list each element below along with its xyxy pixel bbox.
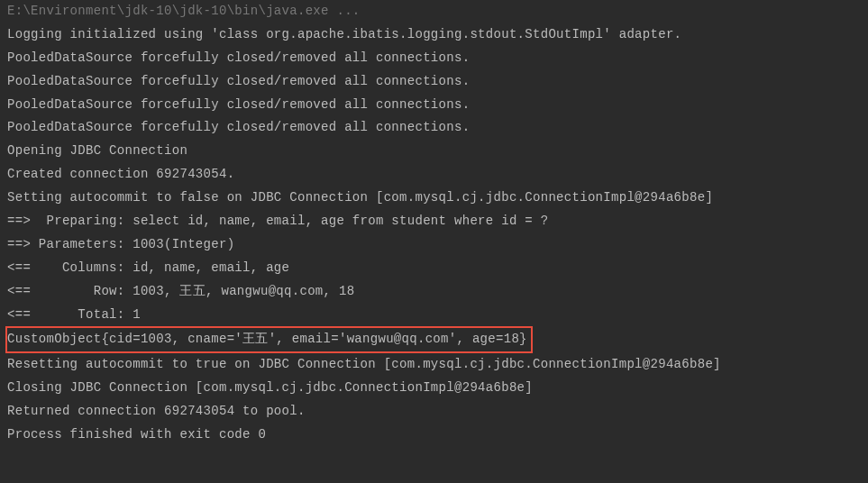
- log-line: Process finished with exit code 0: [7, 424, 861, 447]
- command-header: E:\Environment\jdk-10\jdk-10\bin\java.ex…: [7, 0, 861, 23]
- log-line: Logging initialized using 'class org.apa…: [7, 23, 861, 47]
- highlight-box: CustomObject{cid=1003, cname='王五', email…: [5, 326, 533, 353]
- log-line: Resetting autocommit to true on JDBC Con…: [7, 353, 861, 377]
- log-line: ==> Preparing: select id, name, email, a…: [7, 210, 861, 233]
- log-line: PooledDataSource forcefully closed/remov…: [7, 70, 861, 94]
- log-line: Closing JDBC Connection [com.mysql.cj.jd…: [7, 377, 861, 400]
- log-line: Opening JDBC Connection: [7, 140, 861, 163]
- log-line: PooledDataSource forcefully closed/remov…: [7, 94, 861, 117]
- log-line: Returned connection 692743054 to pool.: [7, 400, 861, 424]
- console-output: E:\Environment\jdk-10\jdk-10\bin\java.ex…: [0, 0, 868, 447]
- log-line: Created connection 692743054.: [7, 163, 861, 187]
- highlighted-line: CustomObject{cid=1003, cname='王五', email…: [7, 326, 861, 353]
- log-line: ==> Parameters: 1003(Integer): [7, 233, 861, 257]
- log-line: <== Columns: id, name, email, age: [7, 257, 861, 280]
- log-line: PooledDataSource forcefully closed/remov…: [7, 116, 861, 140]
- log-line: <== Total: 1: [7, 304, 861, 327]
- log-line: Setting autocommit to false on JDBC Conn…: [7, 187, 861, 210]
- log-line: <== Row: 1003, 王五, wangwu@qq.com, 18: [7, 280, 861, 304]
- log-line: PooledDataSource forcefully closed/remov…: [7, 47, 861, 70]
